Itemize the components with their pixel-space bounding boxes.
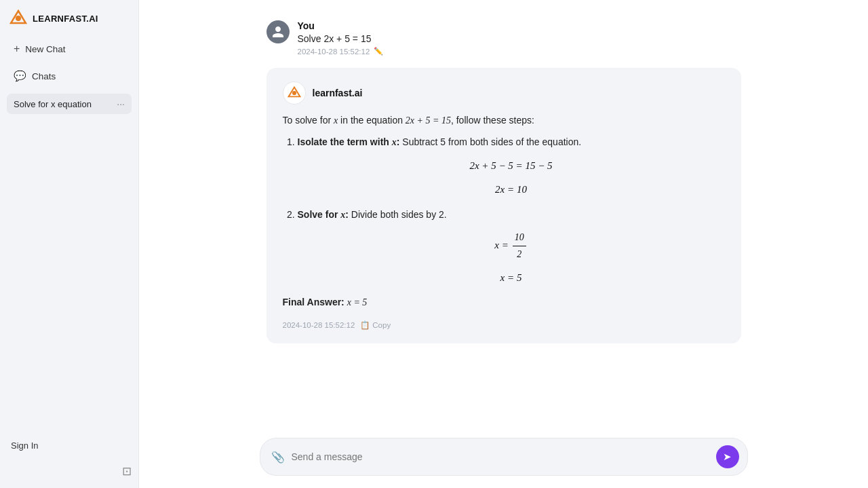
edit-icon[interactable]: ✏️: [374, 47, 383, 56]
ai-message-header: learnfast.ai: [283, 81, 725, 105]
step2-math-result: x = 5: [298, 269, 725, 287]
ai-step-1: Isolate the term with x: Subtract 5 from…: [298, 134, 725, 199]
ai-avatar: [283, 81, 306, 105]
copy-label: Copy: [372, 321, 391, 329]
message-input[interactable]: [292, 451, 709, 462]
input-box: 📎 ➤: [260, 438, 748, 476]
ai-step-2: Solve for x: Divide both sides by 2. x =…: [298, 207, 725, 287]
messages-container: You Solve 2x + 5 = 15 2024-10-28 15:52:1…: [260, 20, 748, 343]
send-button[interactable]: ➤: [716, 445, 739, 468]
step1-math-2: 2x = 10: [298, 181, 725, 199]
step2-description: Divide both sides by 2.: [351, 209, 447, 220]
user-message-content: You Solve 2x + 5 = 15 2024-10-28 15:52:1…: [298, 20, 384, 56]
user-message: You Solve 2x + 5 = 15 2024-10-28 15:52:1…: [260, 20, 748, 56]
svg-point-3: [292, 91, 296, 95]
user-message-meta: 2024-10-28 15:52:12 ✏️: [298, 47, 384, 56]
ai-timestamp: 2024-10-28 15:52:12: [283, 321, 355, 329]
ai-message: learnfast.ai To solve for x in the equat…: [267, 68, 741, 343]
new-chat-button[interactable]: + New Chat: [7, 38, 132, 60]
user-text: Solve 2x + 5 = 15: [298, 33, 384, 44]
send-icon: ➤: [723, 451, 732, 463]
user-avatar: [267, 20, 290, 43]
sidebar-bottom-area: ⊡: [0, 460, 138, 488]
user-timestamp: 2024-10-28 15:52:12: [298, 48, 370, 56]
sidebar: LEARNFAST.AI + New Chat 💬 Chats Solve fo…: [0, 0, 139, 488]
chats-button[interactable]: 💬 Chats: [7, 65, 132, 87]
ai-message-body: To solve for x in the equation 2x + 5 = …: [283, 113, 725, 311]
chat-bubble-icon: 💬: [14, 70, 26, 82]
final-answer-math: x = 5: [347, 297, 368, 307]
step1-description: Subtract 5 from both sides of the equati…: [402, 136, 581, 147]
panel-toggle-icon[interactable]: ⊡: [122, 464, 132, 478]
input-area: 📎 ➤: [139, 428, 868, 488]
logo-area: LEARNFAST.AI: [0, 0, 138, 34]
ai-steps-list: Isolate the term with x: Subtract 5 from…: [283, 134, 725, 287]
chat-item-label: Solve for x equation: [14, 99, 114, 109]
copy-button[interactable]: 📋 Copy: [360, 320, 391, 330]
svg-point-1: [16, 16, 21, 21]
copy-icon: 📋: [360, 320, 370, 330]
sign-in-link[interactable]: Sign In: [0, 431, 138, 460]
attach-icon[interactable]: 📎: [271, 451, 285, 464]
user-name: You: [298, 20, 384, 31]
step1-bold-label: Isolate the term with x:: [298, 136, 400, 147]
user-icon: [271, 25, 285, 39]
logo-icon: [9, 10, 27, 27]
chats-label: Chats: [32, 71, 56, 81]
chat-area: You Solve 2x + 5 = 15 2024-10-28 15:52:1…: [139, 0, 868, 428]
logo-text: LEARNFAST.AI: [33, 14, 98, 24]
final-answer: Final Answer: x = 5: [283, 295, 725, 311]
step2-math-fraction: x = 102: [298, 229, 725, 263]
step2-bold-label: Solve for x:: [298, 209, 349, 220]
chat-history: Solve for x equation ···: [0, 88, 138, 431]
plus-icon: +: [14, 43, 20, 55]
ai-name: learnfast.ai: [313, 88, 363, 98]
ai-logo-icon: [288, 86, 301, 100]
chat-item-menu-dots[interactable]: ···: [114, 98, 125, 109]
ai-intro-text: To solve for x in the equation 2x + 5 = …: [283, 113, 725, 129]
final-answer-label: Final Answer:: [283, 297, 344, 307]
main-content: You Solve 2x + 5 = 15 2024-10-28 15:52:1…: [139, 0, 868, 488]
chat-history-item[interactable]: Solve for x equation ···: [7, 94, 132, 114]
ai-message-footer: 2024-10-28 15:52:12 📋 Copy: [283, 320, 725, 330]
step1-math-1: 2x + 5 − 5 = 15 − 5: [298, 157, 725, 175]
new-chat-label: New Chat: [25, 44, 65, 54]
